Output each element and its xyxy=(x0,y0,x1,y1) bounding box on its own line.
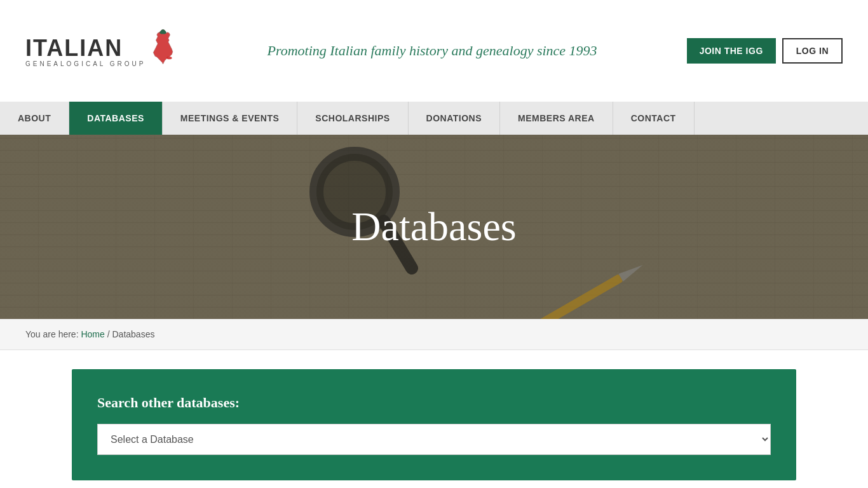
content-area: Search other databases: Select a Databas… xyxy=(0,369,868,480)
italy-map-icon xyxy=(149,29,177,73)
database-select[interactable]: Select a Database xyxy=(97,424,771,455)
nav-donations[interactable]: DONATIONS xyxy=(409,102,500,135)
site-tagline: Promoting Italian family history and gen… xyxy=(203,41,661,61)
logo-subtitle: GENEALOGICAL GROUP xyxy=(25,60,146,67)
site-header: ITALIAN GENEALOGICAL GROUP Promoting Ita… xyxy=(0,0,868,102)
nav-databases[interactable]: DATABASES xyxy=(69,102,163,135)
hero-section: Databases xyxy=(0,135,868,319)
login-button[interactable]: LOG IN xyxy=(782,38,843,64)
join-button[interactable]: JOIN THE IGG xyxy=(687,38,776,64)
breadcrumb-prefix: You are here: xyxy=(25,329,81,339)
nav-meetings-events[interactable]: MEETINGS & EVENTS xyxy=(163,102,298,135)
search-label: Search other databases: xyxy=(97,395,771,411)
logo-title: ITALIAN xyxy=(25,35,123,62)
nav-about[interactable]: ABOUT xyxy=(0,102,69,135)
nav-contact[interactable]: CONTACT xyxy=(613,102,695,135)
breadcrumb: You are here: Home / Databases xyxy=(0,319,868,350)
breadcrumb-home[interactable]: Home xyxy=(81,329,104,339)
logo-area[interactable]: ITALIAN GENEALOGICAL GROUP xyxy=(25,29,177,73)
search-section: Search other databases: Select a Databas… xyxy=(72,369,796,480)
svg-point-0 xyxy=(167,57,172,59)
header-buttons: JOIN THE IGG LOG IN xyxy=(687,38,843,64)
main-nav: ABOUT DATABASES MEETINGS & EVENTS SCHOLA… xyxy=(0,102,868,135)
breadcrumb-current: Databases xyxy=(112,329,154,339)
logo-svg: ITALIAN GENEALOGICAL GROUP xyxy=(25,29,177,73)
hero-title: Databases xyxy=(351,203,516,250)
nav-members-area[interactable]: MEMBERS AREA xyxy=(500,102,613,135)
nav-scholarships[interactable]: SCHOLARSHIPS xyxy=(297,102,408,135)
